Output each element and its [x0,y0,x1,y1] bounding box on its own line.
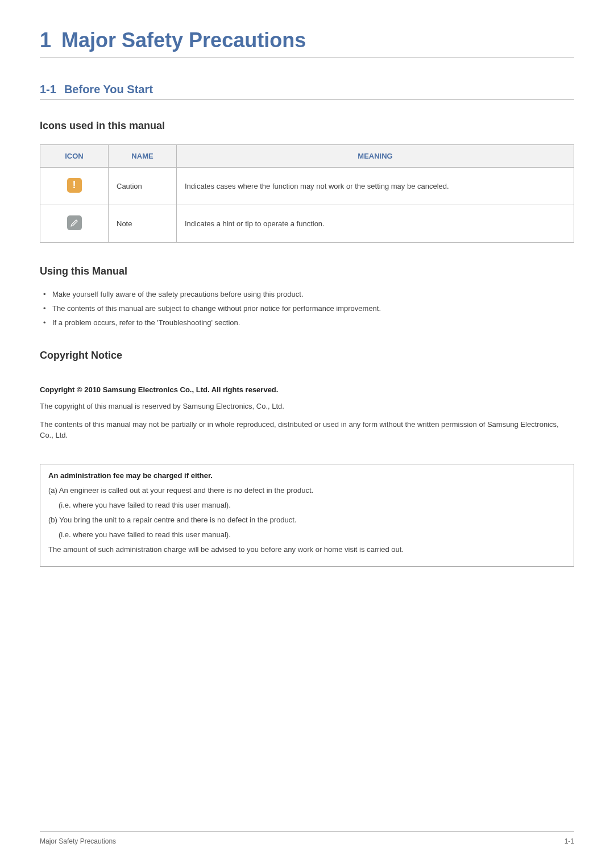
note-icon [67,215,82,230]
table-header-meaning: MEANING [177,145,574,168]
icon-name-cell: Note [109,205,177,243]
icons-used-heading: Icons used in this manual [40,120,574,132]
copyright-paragraph: The copyright of this manual is reserved… [40,401,574,412]
admin-fee-notice: An administration fee may be charged if … [40,464,574,567]
caution-icon [67,178,82,193]
list-item: The contents of this manual are subject … [40,304,574,313]
icons-table: ICON NAME MEANING Caution Indicates case… [40,144,574,243]
section-header: 1-1Before You Start [40,83,574,96]
notice-heading: An administration fee may be charged if … [48,471,566,480]
list-item: Make yourself fully aware of the safety … [40,290,574,298]
section-number: 1-1 [40,83,56,95]
chapter-number: 1 [40,28,51,52]
table-header-name: NAME [109,145,177,168]
using-manual-heading: Using this Manual [40,265,574,277]
notice-sub-b: (i.e. where you have failed to read this… [59,530,566,540]
chapter-header: 1Major Safety Precautions [40,28,574,52]
icon-meaning-cell: Indicates cases where the function may n… [177,168,574,205]
table-row: Caution Indicates cases where the functi… [40,168,574,205]
notice-tail: The amount of such administration charge… [48,545,566,555]
icon-meaning-cell: Indicates a hint or tip to operate a fun… [177,205,574,243]
copyright-paragraph: The contents of this manual may not be p… [40,419,574,441]
notice-line-b: (b) You bring the unit to a repair centr… [48,515,566,525]
icon-name-cell: Caution [109,168,177,205]
notice-line-a: (a) An engineer is called out at your re… [48,485,566,496]
table-header-icon: ICON [40,145,109,168]
chapter-divider [40,57,574,57]
footer-left: Major Safety Precautions [40,837,116,845]
copyright-heading: Copyright Notice [40,350,574,362]
table-row: Note Indicates a hint or tip to operate … [40,205,574,243]
page-footer: Major Safety Precautions 1-1 [40,831,574,845]
icon-cell [40,205,109,243]
using-manual-list: Make yourself fully aware of the safety … [40,290,574,327]
notice-sub-a: (i.e. where you have failed to read this… [59,500,566,510]
chapter-title: Major Safety Precautions [61,28,306,52]
icon-cell [40,168,109,205]
copyright-line-bold: Copyright © 2010 Samsung Electronics Co.… [40,385,574,394]
list-item: If a problem occurs, refer to the 'Troub… [40,318,574,327]
section-divider [40,99,574,100]
section-title: Before You Start [64,83,153,95]
footer-right: 1-1 [565,837,574,845]
footer-divider [40,831,574,832]
